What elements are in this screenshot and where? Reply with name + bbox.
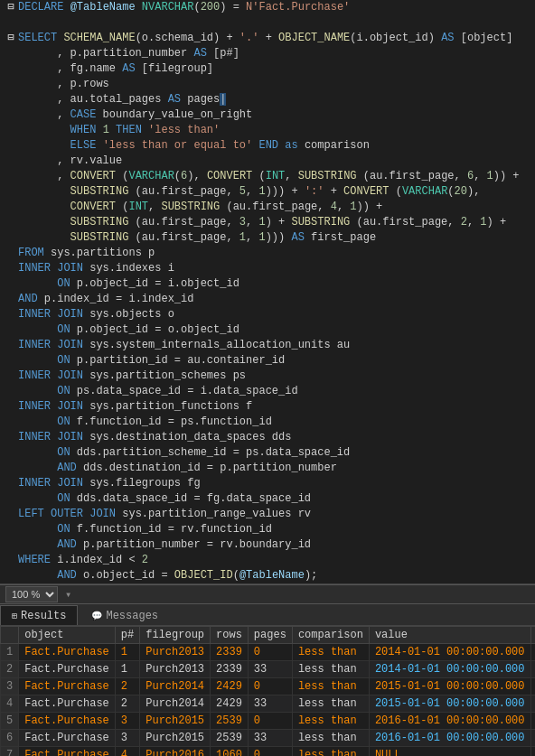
line-content-32: INNER JOIN sys.filegroups fg xyxy=(18,476,531,491)
row-number: 4 xyxy=(1,695,19,713)
table-row: 6 Fact.Purchase 3 Purch2015 2539 33 less… xyxy=(1,730,536,747)
col-value: value xyxy=(369,627,530,644)
messages-tab-label: Messages xyxy=(106,610,158,622)
line-17: FROM sys.partitions p xyxy=(0,246,535,261)
cell-value: 2014-01-01 00:00:00.000 xyxy=(369,644,530,661)
cell-value: 2016-01-01 00:00:00.000 xyxy=(369,713,530,730)
table-row: 1 Fact.Purchase 1 Purch2013 2339 0 less … xyxy=(1,644,536,661)
zoom-arrow-icon: ▾ xyxy=(65,588,71,602)
line-30: ON dds.partition_scheme_id = ps.data_spa… xyxy=(0,445,535,461)
cell-p: 2 xyxy=(115,695,139,713)
line-content-30: ON dds.partition_scheme_id = ps.data_spa… xyxy=(18,445,531,461)
fold-indicator-3: ⊟ xyxy=(4,31,18,46)
line-21: INNER JOIN sys.objects o xyxy=(0,307,535,322)
cell-filegroup: Purch2015 xyxy=(140,713,211,730)
line-content-2 xyxy=(18,15,531,31)
line-27: INNER JOIN sys.partition_functions f xyxy=(0,399,535,415)
col-pages: pages xyxy=(248,627,292,644)
line-content-15: SUBSTRING (au.first_page, 3, 1) + SUBSTR… xyxy=(18,215,531,230)
line-content-13: SUBSTRING (au.first_page, 5, 1))) + ':' … xyxy=(18,184,531,200)
line-4: , p.partition_number AS [p#] xyxy=(0,46,535,61)
cell-filegroup: Purch2013 xyxy=(140,644,211,661)
line-23: INNER JOIN sys.system_internals_allocati… xyxy=(0,338,535,353)
line-25: INNER JOIN sys.partition_schemes ps xyxy=(0,369,535,384)
line-content-8: , CASE boundary_value_on_right xyxy=(18,107,531,123)
line-15: SUBSTRING (au.first_page, 3, 1) + SUBSTR… xyxy=(0,215,535,230)
line-1: ⊟ DECLARE @TableName NVARCHAR(200) = N'F… xyxy=(0,0,535,15)
line-3: ⊟ SELECT SCHEMA_NAME(o.schema_id) + '.' … xyxy=(0,31,535,46)
col-p: p# xyxy=(115,627,139,644)
line-content-21: INNER JOIN sys.objects o xyxy=(18,307,531,322)
line-20: AND p.index_id = i.index_id xyxy=(0,292,535,307)
line-content-23: INNER JOIN sys.system_internals_allocati… xyxy=(18,338,531,353)
cell-firstpage: 6:88 xyxy=(530,730,535,747)
line-content-9: WHEN 1 THEN 'less than' xyxy=(18,123,531,138)
cell-p: 4 xyxy=(115,747,139,757)
cell-pages: 33 xyxy=(248,730,292,747)
line-33: ON dds.data_space_id = fg.data_space_id xyxy=(0,491,535,507)
table-row: 3 Fact.Purchase 2 Purch2014 2429 0 less … xyxy=(1,678,536,695)
cell-filegroup: Purch2014 xyxy=(140,678,211,695)
line-22: ON p.object_id = o.object_id xyxy=(0,322,535,338)
cell-object: Fact.Purchase xyxy=(19,713,116,730)
line-19: ON p.object_id = i.object_id xyxy=(0,276,535,292)
col-rows: rows xyxy=(211,627,249,644)
cell-comparison: less than xyxy=(292,747,369,757)
tab-messages[interactable]: 💬 Messages xyxy=(80,605,170,625)
cell-object: Fact.Purchase xyxy=(19,695,116,713)
cell-p: 1 xyxy=(115,644,139,661)
cell-firstpage: 0:0 xyxy=(530,678,535,695)
line-content-12: , CONVERT (VARCHAR(6), CONVERT (INT, SUB… xyxy=(18,169,531,184)
cell-comparison: less than xyxy=(292,678,369,695)
line-7: , au.total_pages AS pages| xyxy=(0,92,535,107)
col-firstpage: first_page xyxy=(530,627,535,644)
line-37: WHERE i.index_id < 2 xyxy=(0,553,535,568)
line-32: INNER JOIN sys.filegroups fg xyxy=(0,476,535,491)
cell-pages: 33 xyxy=(248,661,292,678)
cell-rows: 2539 xyxy=(211,713,249,730)
line-content-16: SUBSTRING (au.first_page, 1, 1))) AS fir… xyxy=(18,230,531,246)
line-content-24: ON p.partition_id = au.container_id xyxy=(18,353,531,369)
cell-pages: 33 xyxy=(248,695,292,713)
cell-comparison: less than xyxy=(292,730,369,747)
line-10: ELSE 'less than or equal to' END as comp… xyxy=(0,138,535,154)
line-28: ON f.function_id = ps.function_id xyxy=(0,415,535,430)
line-content-4: , p.partition_number AS [p#] xyxy=(18,46,531,61)
cell-rows: 2429 xyxy=(211,695,249,713)
col-comparison: comparison xyxy=(292,627,369,644)
line-content-10: ELSE 'less than or equal to' END as comp… xyxy=(18,138,531,154)
cell-pages: 0 xyxy=(248,713,292,730)
line-content-1: DECLARE @TableName NVARCHAR(200) = N'Fac… xyxy=(18,0,531,15)
line-content-14: CONVERT (INT, SUBSTRING (au.first_page, … xyxy=(18,200,531,215)
cell-comparison: less than xyxy=(292,713,369,730)
row-number: 5 xyxy=(1,713,19,730)
line-content-31: AND dds.destination_id = p.partition_num… xyxy=(18,461,531,476)
zoom-toolbar: 100 % ▾ xyxy=(0,584,535,604)
cell-filegroup: Purch2016 xyxy=(140,747,211,757)
zoom-select[interactable]: 100 % xyxy=(5,586,58,602)
cell-firstpage: 0:0 xyxy=(530,713,535,730)
line-content-3: SELECT SCHEMA_NAME(o.schema_id) + '.' + … xyxy=(18,31,531,46)
line-36: AND p.partition_number = rv.boundary_id xyxy=(0,537,535,553)
line-content-20: AND p.index_id = i.index_id xyxy=(18,292,531,307)
line-content-26: ON ps.data_space_id = i.data_space_id xyxy=(18,384,531,399)
cell-p: 3 xyxy=(115,713,139,730)
line-content-5: , fg.name AS [filegroup] xyxy=(18,61,531,77)
cell-value: NULL xyxy=(369,747,530,757)
cell-object: Fact.Purchase xyxy=(19,730,116,747)
sql-editor: ⊟ DECLARE @TableName NVARCHAR(200) = N'F… xyxy=(0,0,535,584)
line-35: ON f.function_id = rv.function_id xyxy=(0,522,535,537)
line-5: , fg.name AS [filegroup] xyxy=(0,61,535,77)
results-wrapper: object p# filegroup rows pages compariso… xyxy=(0,626,535,756)
cell-pages: 0 xyxy=(248,644,292,661)
line-content-17: FROM sys.partitions p xyxy=(18,246,531,261)
table-row: 4 Fact.Purchase 2 Purch2014 2429 33 less… xyxy=(1,695,536,713)
line-content-27: INNER JOIN sys.partition_functions f xyxy=(18,399,531,415)
results-table: object p# filegroup rows pages compariso… xyxy=(0,626,535,756)
line-11: , rv.value xyxy=(0,154,535,169)
tab-results[interactable]: ⊞ Results xyxy=(0,605,78,625)
line-13: SUBSTRING (au.first_page, 5, 1))) + ':' … xyxy=(0,184,535,200)
cell-rows: 2339 xyxy=(211,644,249,661)
line-content-25: INNER JOIN sys.partition_schemes ps xyxy=(18,369,531,384)
line-29: INNER JOIN sys.destination_data_spaces d… xyxy=(0,430,535,445)
